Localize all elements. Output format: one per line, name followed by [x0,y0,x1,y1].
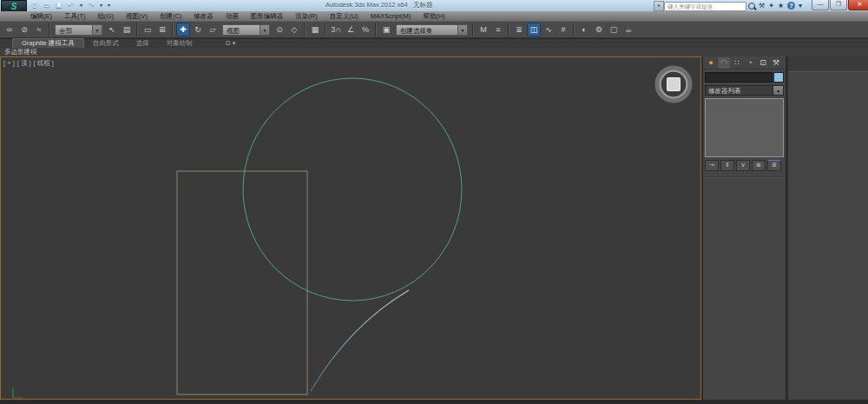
menu-item-11[interactable]: 帮助(H) [417,11,450,21]
circle-spline[interactable] [243,78,462,301]
selection-filter-dropdown[interactable]: 全部▼ [55,24,102,36]
help-dropdown-icon[interactable]: ▾ [799,1,802,10]
ribbon-tab-3[interactable]: 对象绘制 [158,39,201,48]
use-pivot-point-center-icon[interactable]: ⊙ [273,23,286,36]
select-and-uniform-scale-icon[interactable]: ▱ [206,23,220,36]
select-by-name-icon[interactable]: ▤ [120,23,134,36]
select-and-rotate-icon[interactable]: ↻ [191,23,205,36]
search-input[interactable]: 键入关键字或短语 [664,2,746,11]
align-icon[interactable]: ≡ [491,23,505,36]
window-crossing-toggle-icon[interactable]: ⊞ [155,23,169,36]
ribbon-tab-2[interactable]: 选择 [128,39,158,48]
ribbon-minimize-icon[interactable]: ⊡ ▾ [226,39,235,48]
display-tab[interactable]: ⊡ [757,57,769,69]
percent-snap-toggle-icon[interactable]: % [358,23,372,36]
material-editor-icon[interactable]: ◐ [577,23,591,36]
subscription-center-icon[interactable]: ⚒ [759,1,765,10]
open-file-button[interactable]: ▭ [42,1,52,10]
rectangular-selection-region-icon[interactable]: ▭ [141,23,155,36]
viewcube-top-face[interactable] [667,78,681,91]
object-color-swatch[interactable] [773,72,784,83]
favorites-star-icon[interactable]: ★ [778,1,784,10]
snaps-toggle-3d-icon[interactable]: 3∩ [329,23,343,36]
render-setup-icon[interactable]: ⚙ [592,23,606,36]
max-logo-icon: S [11,3,17,11]
configure-modifier-sets-button[interactable]: ≣ [767,160,781,171]
modifier-stack-list[interactable] [705,98,784,157]
graphite-ribbon-toggle-icon[interactable]: ◫ [527,23,541,36]
show-end-result-button[interactable]: ‖ [720,160,734,171]
help-icon[interactable]: ? [787,2,795,10]
search-icon[interactable] [748,3,755,10]
redo-button[interactable]: ↷ [86,1,96,10]
ribbon-tab-bar: Graphite 建模工具自由形式选择对象绘制⊡ ▾ [0,39,868,48]
menu-item-7[interactable]: 图形编辑器 [245,11,290,21]
polygon-modeling-panel[interactable]: 多边形建模 [0,48,37,56]
modifier-list-dropdown-arrow-icon[interactable]: ▼ [773,85,784,96]
select-and-move-icon[interactable]: ✚ [176,23,190,36]
reference-coordinate-system-dropdown-value: 视图 [222,24,260,36]
reference-coordinate-system-dropdown[interactable]: 视图▼ [222,24,270,36]
qat-options-dropdown[interactable]: ▾ [106,1,112,10]
menu-item-6[interactable]: 动画 [220,11,245,21]
make-unique-button[interactable]: ∨ [736,160,750,171]
unlink-selection-icon[interactable]: ⊘ [17,23,31,36]
hierarchy-tab[interactable]: ∷ [731,57,743,69]
main-toolbar: ∞⊘≈全部▼↖▤▭⊞✚↻▱视图▼⊙◇▦3∩∠%▣创建选择集▼M≡≣◫∿#◐⚙▢☕ [0,21,868,38]
layer-manager-icon[interactable]: ≣ [512,23,526,36]
angle-snap-toggle-icon[interactable]: ∠ [344,23,358,36]
create-tab[interactable]: ● [705,57,717,69]
close-button[interactable]: ✕ [848,0,868,10]
viewcube-icon[interactable] [657,68,690,101]
curve-editor-icon[interactable]: ∿ [542,23,556,36]
save-file-button[interactable]: ▣ [54,1,64,10]
motion-tab[interactable]: ◔ [744,57,756,69]
menu-item-10[interactable]: MAXScript(M) [365,11,418,21]
modify-tab[interactable]: ◠ [718,57,730,69]
redo-dropdown[interactable]: ▾ [98,1,104,10]
rendered-frame-window-icon[interactable]: ▢ [607,23,621,36]
selection-filter-dropdown-arrow-icon[interactable]: ▼ [92,24,102,36]
menu-item-4[interactable]: 创建(C) [154,11,187,21]
utilities-tab[interactable]: ⚒ [770,57,782,69]
communication-center-icon[interactable]: ✦ [768,1,774,10]
named-selection-sets-dropdown-arrow-icon[interactable]: ▼ [457,24,468,36]
minimize-button[interactable]: — [812,0,829,10]
menu-item-5[interactable]: 修改器 [187,11,220,21]
named-selection-sets-dropdown[interactable]: 创建选择集▼ [396,24,468,36]
select-and-manipulate-icon[interactable]: ◇ [287,23,301,36]
select-and-link-icon[interactable]: ∞ [3,23,16,36]
menu-bar: 编辑(E)工具(T)组(G)视图(V)创建(C)修改器动画图形编辑器渲染(R)自… [0,11,868,21]
menu-item-9[interactable]: 自定义(U) [324,11,365,21]
keyboard-shortcut-override-toggle-icon[interactable]: ▦ [308,23,322,36]
reference-coordinate-system-dropdown-arrow-icon[interactable]: ▼ [260,24,270,36]
edit-named-selection-sets-icon[interactable]: ▣ [379,23,393,36]
menu-item-1[interactable]: 工具(T) [58,11,92,21]
remove-modifier-button[interactable]: ⊗ [752,160,766,171]
mirror-icon[interactable]: M [477,23,490,36]
modifier-list-dropdown[interactable]: 修改器列表 [705,85,773,96]
viewport-canvas[interactable] [1,57,700,399]
pin-stack-button[interactable]: ⊸ [705,160,719,171]
infocenter-search: ▾ 键入关键字或短语 [654,1,746,11]
menu-item-3[interactable]: 视图(V) [120,11,154,21]
curve-spline-segment[interactable] [311,290,409,391]
menu-item-2[interactable]: 组(G) [92,11,120,21]
toolbar-separator [573,23,575,36]
undo-button[interactable]: ↶ [66,1,76,10]
object-name-field[interactable] [705,72,773,83]
render-production-icon[interactable]: ☕ [621,23,635,36]
rectangle-spline[interactable] [177,171,307,394]
menu-item-0[interactable]: 编辑(E) [24,11,58,21]
menu-item-8[interactable]: 渲染(R) [289,11,323,21]
search-scope-dropdown[interactable]: ▾ [654,1,664,11]
bind-to-space-warp-icon[interactable]: ≈ [32,23,46,36]
new-scene-button[interactable]: ▯ [30,1,40,10]
undo-dropdown[interactable]: ▾ [78,1,84,10]
maximize-button[interactable]: ❐ [830,0,847,10]
ribbon-tab-1[interactable]: 自由形式 [84,39,128,48]
ribbon-tab-0[interactable]: Graphite 建模工具 [12,38,84,48]
select-object-icon[interactable]: ↖ [105,23,119,36]
viewport-top[interactable]: [ + ][ 顶 ][ 线框 ] [0,56,701,400]
schematic-view-icon[interactable]: # [556,23,570,36]
